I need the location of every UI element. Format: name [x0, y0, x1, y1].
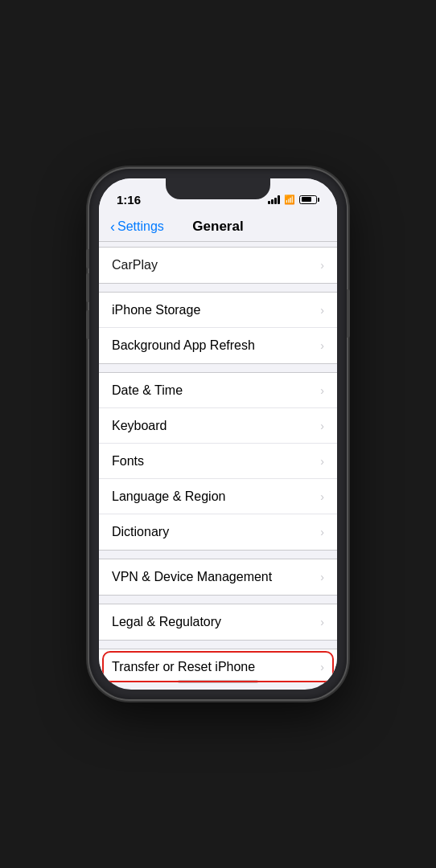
transfer-group: Transfer or Reset iPhone › Shut Down [99, 649, 337, 682]
transfer-reset-cell[interactable]: Transfer or Reset iPhone › [99, 649, 337, 682]
volume-up-button [86, 273, 89, 302]
chevron-icon: › [320, 526, 324, 538]
refresh-right: › [320, 339, 324, 352]
chevron-icon: › [320, 616, 324, 628]
storage-right: › [320, 304, 324, 317]
battery-icon [299, 195, 319, 204]
vpn-group: VPN & Device Management › [99, 559, 337, 596]
chevron-icon: › [320, 304, 324, 317]
chevron-icon: › [320, 571, 324, 583]
transfer-reset-label: Transfer or Reset iPhone [112, 660, 255, 674]
chevron-icon: › [320, 420, 324, 432]
iphone-storage-label: iPhone Storage [112, 303, 200, 317]
dictionary-cell[interactable]: Dictionary › [99, 514, 337, 550]
page-title: General [192, 219, 243, 235]
wifi-icon: 📶 [284, 194, 295, 205]
signal-icon [268, 195, 280, 204]
background-app-refresh-label: Background App Refresh [112, 338, 255, 353]
chevron-icon: › [320, 384, 324, 397]
navigation-bar: ‹ Settings General [99, 214, 337, 242]
chevron-icon: › [320, 661, 324, 674]
silent-button [86, 249, 89, 268]
settings-content[interactable]: CarPlay › iPhone Storage › Background Ap… [99, 242, 337, 682]
volume-down-button [86, 310, 89, 339]
phone-frame: 1:16 📶 ‹ Settings General [89, 169, 347, 699]
date-time-cell[interactable]: Date & Time › [99, 373, 337, 408]
back-chevron-icon: ‹ [110, 219, 115, 234]
language-region-label: Language & Region [112, 489, 225, 504]
fonts-label: Fonts [112, 454, 144, 469]
back-button-label: Settings [117, 219, 164, 234]
dictionary-label: Dictionary [112, 525, 169, 539]
carplay-cell[interactable]: CarPlay › [99, 248, 337, 283]
carplay-right: › [320, 259, 324, 272]
chevron-icon: › [320, 259, 324, 272]
power-button [347, 289, 350, 338]
legal-label: Legal & Regulatory [112, 615, 221, 629]
vpn-label: VPN & Device Management [112, 570, 272, 584]
legal-group: Legal & Regulatory › [99, 604, 337, 641]
language-group: Date & Time › Keyboard › Fonts › [99, 372, 337, 551]
keyboard-cell[interactable]: Keyboard › [99, 408, 337, 444]
language-region-cell[interactable]: Language & Region › [99, 479, 337, 514]
fonts-cell[interactable]: Fonts › [99, 444, 337, 479]
iphone-storage-cell[interactable]: iPhone Storage › [99, 293, 337, 328]
chevron-icon: › [320, 455, 324, 468]
phone-screen: 1:16 📶 ‹ Settings General [99, 178, 337, 690]
chevron-icon: › [320, 490, 324, 503]
back-button[interactable]: ‹ Settings [110, 219, 164, 234]
legal-cell[interactable]: Legal & Regulatory › [99, 604, 337, 640]
chevron-icon: › [320, 339, 324, 352]
vpn-cell[interactable]: VPN & Device Management › [99, 559, 337, 595]
background-app-refresh-cell[interactable]: Background App Refresh › [99, 328, 337, 363]
status-icons: 📶 [268, 194, 319, 205]
date-time-label: Date & Time [112, 383, 183, 398]
carplay-label: CarPlay [112, 258, 158, 272]
notch [166, 178, 270, 199]
home-indicator [178, 680, 258, 683]
status-time: 1:16 [117, 193, 141, 207]
keyboard-label: Keyboard [112, 419, 167, 433]
carplay-group: CarPlay › [99, 247, 337, 284]
storage-group: iPhone Storage › Background App Refresh … [99, 292, 337, 364]
